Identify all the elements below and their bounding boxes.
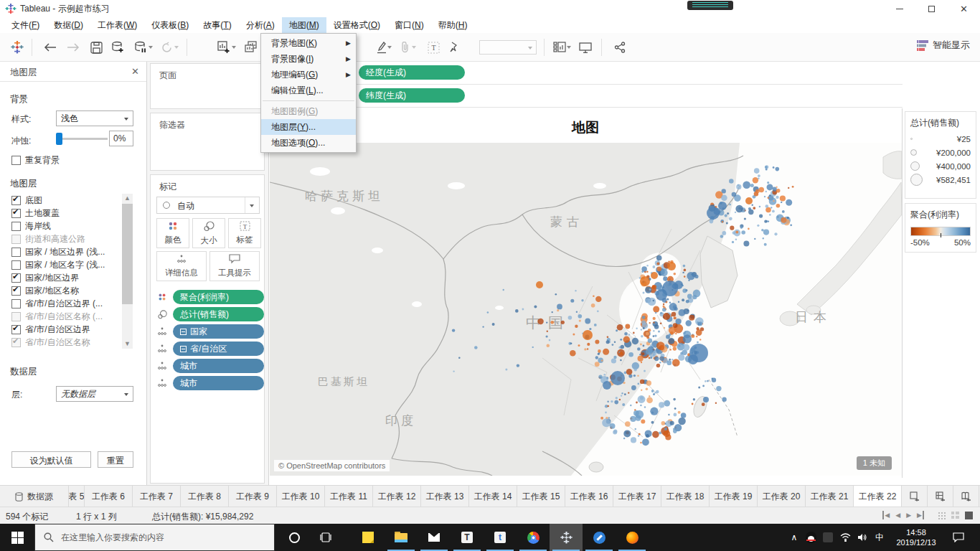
mark[interactable] <box>659 345 664 350</box>
mark[interactable] <box>646 348 653 355</box>
reset-button[interactable]: 重置 <box>98 451 133 468</box>
mark[interactable] <box>722 397 726 402</box>
mark[interactable] <box>644 406 646 408</box>
mark[interactable] <box>452 329 455 331</box>
mark[interactable] <box>642 438 649 446</box>
mark[interactable] <box>606 340 610 344</box>
mark[interactable] <box>522 309 524 311</box>
mark[interactable] <box>637 375 639 377</box>
mark[interactable] <box>776 189 781 193</box>
mark[interactable] <box>776 204 781 208</box>
mark[interactable] <box>673 429 677 433</box>
tooltip-button[interactable]: 工具提示 <box>209 251 260 281</box>
mark[interactable] <box>788 187 789 189</box>
mark[interactable] <box>603 374 606 376</box>
mark[interactable] <box>678 354 684 361</box>
washout-slider-thumb[interactable] <box>56 133 62 145</box>
sheet-tab-表5[interactable]: 表 5 <box>69 486 85 507</box>
mark[interactable] <box>653 300 654 301</box>
mark[interactable] <box>765 204 769 208</box>
mark[interactable] <box>687 272 694 280</box>
mark[interactable] <box>557 309 559 311</box>
mark[interactable] <box>781 202 782 203</box>
sheet-tab-工作表15[interactable]: 工作表 15 <box>517 486 565 507</box>
mark[interactable] <box>679 309 686 316</box>
label-button[interactable]: T标签 <box>228 218 261 248</box>
mark[interactable] <box>729 204 731 206</box>
map-viz[interactable]: 哈萨克斯坦蒙古中国日本巴基斯坦印度 © OpenStreetMap contri… <box>270 143 902 476</box>
mark[interactable] <box>624 393 626 395</box>
tray-expand-button[interactable]: ∧ <box>786 524 802 551</box>
mark[interactable] <box>721 194 727 201</box>
mark[interactable] <box>765 166 768 169</box>
mark[interactable] <box>644 370 646 372</box>
mark[interactable] <box>763 230 769 235</box>
mark[interactable] <box>764 220 767 223</box>
mark[interactable] <box>631 385 636 390</box>
start-button[interactable] <box>0 524 34 551</box>
mark[interactable] <box>652 431 659 438</box>
close-button[interactable]: ✕ <box>948 0 980 17</box>
mark[interactable] <box>702 385 705 387</box>
mark[interactable] <box>726 222 728 225</box>
mark[interactable] <box>753 207 755 209</box>
mark[interactable] <box>635 428 636 430</box>
filters-shelf[interactable]: 筛选器 <box>150 113 265 171</box>
mark[interactable] <box>730 226 734 230</box>
mark[interactable] <box>628 352 633 357</box>
mark[interactable] <box>767 182 769 184</box>
floating-capture-widget[interactable] <box>687 1 733 10</box>
mark[interactable] <box>640 344 642 346</box>
worksheet-view[interactable]: 地图 <box>269 108 903 478</box>
mark[interactable] <box>646 397 653 403</box>
full-view-icon[interactable] <box>965 512 973 519</box>
washout-slider[interactable] <box>56 132 108 145</box>
group-icon[interactable] <box>396 39 413 56</box>
mark[interactable] <box>669 334 671 336</box>
mark[interactable] <box>646 265 648 266</box>
mark[interactable] <box>573 334 575 336</box>
pane-close-icon[interactable]: ✕ <box>131 66 139 77</box>
save-icon[interactable] <box>88 39 105 56</box>
mark[interactable] <box>663 276 667 281</box>
show-cards-icon[interactable] <box>551 39 568 56</box>
mark[interactable] <box>638 383 640 385</box>
mark[interactable] <box>680 352 683 355</box>
mark[interactable] <box>640 405 641 406</box>
mark[interactable] <box>555 293 557 296</box>
new-worksheet-tab-button[interactable] <box>902 486 928 507</box>
mark[interactable] <box>621 392 623 394</box>
mark[interactable] <box>595 356 598 359</box>
new-story-tab-button[interactable] <box>953 486 979 507</box>
mark[interactable] <box>630 416 636 422</box>
menu-item-数据[interactable]: 数据(D) <box>47 17 90 33</box>
layer-checkbox-底图[interactable]: 底图 <box>11 194 119 207</box>
mark[interactable] <box>710 220 714 224</box>
style-select[interactable]: 浅色 <box>56 110 133 126</box>
mark[interactable] <box>673 347 677 350</box>
mark[interactable] <box>649 288 651 291</box>
mark[interactable] <box>682 272 684 273</box>
mark[interactable] <box>614 400 618 405</box>
mark[interactable] <box>660 323 662 325</box>
taskbar-clock[interactable]: 14:582019/12/13 <box>888 524 944 551</box>
mark[interactable] <box>658 358 659 359</box>
mark[interactable] <box>670 421 674 425</box>
mark[interactable] <box>607 336 609 339</box>
pill-聚合(利润率)[interactable]: 聚合(利润率) <box>173 290 264 304</box>
mark[interactable] <box>593 295 595 297</box>
mark[interactable] <box>764 196 765 197</box>
new-worksheet-caret[interactable] <box>232 46 236 49</box>
minimize-button[interactable] <box>883 0 915 17</box>
layer-list-scrollbar[interactable]: ▲▼ <box>122 194 133 349</box>
map-menu-item-编辑位置[interactable]: 编辑位置(L)... <box>261 83 356 98</box>
mark[interactable] <box>619 399 621 400</box>
mark[interactable] <box>598 353 600 355</box>
mark[interactable] <box>697 342 699 344</box>
mark[interactable] <box>656 364 661 368</box>
menu-item-分析[interactable]: 分析(A) <box>239 17 282 33</box>
maximize-button[interactable] <box>915 0 948 17</box>
mark[interactable] <box>659 402 664 408</box>
mark[interactable] <box>641 352 644 355</box>
page-navigation[interactable]: ◀◀▶▶ <box>882 511 924 519</box>
